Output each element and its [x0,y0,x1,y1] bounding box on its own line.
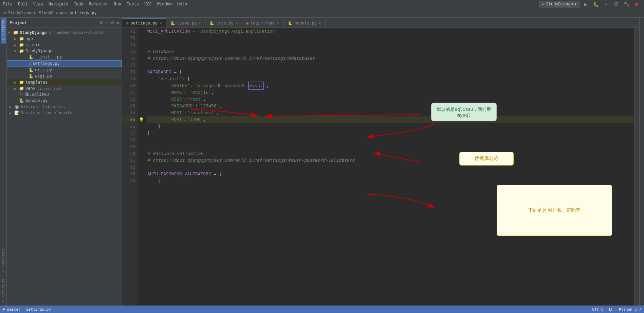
tabs-bar: ⚙ settings.py ✕ 🐍 views.py ✕ 🐍 urls.py ✕… [122,18,639,28]
up-icon[interactable]: ↑ [106,20,109,25]
stop-button[interactable]: ■ [632,0,641,8]
status-python[interactable]: Python 3.7 [619,307,641,312]
editor-area: ⚙ settings.py ✕ 🐍 views.py ✕ 🐍 urls.py ✕… [122,18,639,306]
code-line-76: # https://docs.djangoproject.com/en/2.1/… [147,55,634,62]
tree-item-manage[interactable]: 🐍 manage.py [7,98,122,104]
project-panel-header: Project ⟳ ↑ ⚙ ≡ [7,18,122,28]
code-line-73 [147,35,634,41]
menu-run[interactable]: Run [114,2,121,6]
code-line-75: # Database [147,48,634,55]
tree-item-venv[interactable]: ▶ 📁 venv library root [7,85,122,91]
tree-root[interactable]: ▼ 📁 StudyDjango D:\TeachWorkSpace\Python… [7,29,122,36]
code-line-90: # Password validation [147,150,634,157]
code-line-87: } [147,130,634,137]
profile-button[interactable]: ⏱ [612,0,620,8]
code-line-89 [147,143,634,150]
panel-toolbar: ⟳ ↑ ⚙ ≡ [99,20,119,25]
urls-tab-label: urls.py [216,21,234,25]
status-file: settings.py [26,307,51,312]
tab-login[interactable]: ◉ login.html ✕ [242,19,284,28]
models-tab-icon: 🐍 [288,21,293,25]
structure-side-tab[interactable]: 3: Structure [1,276,6,306]
right-panel [639,18,644,306]
menu-tools[interactable]: Tools [127,2,139,6]
tab-views[interactable]: 🐍 views.py ✕ [166,19,205,28]
settings-tab-icon: ⚙ [126,21,129,25]
code-line-83: 'PASSWORD':'123456', [147,103,634,109]
urls-tab-close[interactable]: ✕ [236,21,238,25]
tab-urls[interactable]: 🐍 urls.py ✕ [205,19,242,28]
login-tab-icon: ◉ [246,21,249,25]
code-editor[interactable]: 72 73 74 75 76 77 78 79 80 81 82 83 84 8… [122,28,639,306]
menu-code[interactable]: Code [74,2,84,6]
breadcrumb-root[interactable]: StudyDjango [8,11,35,15]
run-button[interactable]: ▶ [582,0,590,8]
code-line-85: 'PORT':'3306', [147,116,634,123]
tree-item-init[interactable]: 🐍 __init__.py [7,54,122,60]
run-config-dropdown[interactable]: ▶ StudyDjango ▼ [539,1,579,7]
views-tab-close[interactable]: ✕ [199,21,201,25]
tree-item-app[interactable]: ▶ 📁 app [7,36,122,42]
favorites-side-tab[interactable]: 2: Favorites [1,246,6,276]
settings-icon[interactable]: ⚙ [111,20,114,25]
code-line-80: 'ENGINE': 'django.db.backends.mysql', [147,82,634,89]
annotation-sqlite-mysql: 默认的是sqlite3，我们用 mysql [431,103,497,121]
debug-button[interactable]: 🐛 [592,0,600,8]
tree-item-urls[interactable]: 🐍 urls.py [7,67,122,73]
code-line-86: } [147,123,634,130]
breadcrumb-file[interactable]: settings.py [70,11,96,15]
tree-item-db[interactable]: 🗄 db.sqlite3 [7,91,122,98]
tree-item-static[interactable]: ▶ 📁 static [7,42,122,48]
code-line-94: [ [147,177,634,184]
code-line-81: 'NAME': 'shijiu', [147,89,634,96]
tree-item-templates[interactable]: ▶ 📁 templates [7,79,122,85]
tree-item-scratches[interactable]: ▶ 📝 Scratches and Consoles [7,110,122,116]
code-line-88 [147,137,634,143]
code-line-93: AUTH_PASSWORD_VALIDATORS = [ [147,171,634,177]
breadcrumb-sub[interactable]: StudyDjango [39,11,66,15]
line-numbers: 72 73 74 75 76 77 78 79 80 81 82 83 84 8… [122,28,138,306]
urls-tab-icon: 🐍 [209,21,214,25]
login-tab-label: login.html [251,21,275,25]
code-content[interactable]: WSGI_APPLICATION = 'StudyDjango.wsgi.app… [145,28,634,306]
menu-vcs[interactable]: VCS [144,2,152,6]
code-line-82: 'USER':'root', [147,96,634,103]
annotation-userpass: 下面的是用户名、密码等 [497,185,612,236]
status-git[interactable]: ▼ master [3,307,21,312]
project-tree: ▼ 📁 StudyDjango D:\TeachWorkSpace\Python… [7,28,122,306]
tab-settings[interactable]: ⚙ settings.py ✕ [122,18,166,28]
models-tab-label: models.py [295,21,317,25]
code-line-74 [147,41,634,48]
menu-file[interactable]: File [3,2,13,6]
code-line-77 [147,62,634,69]
menu-edit[interactable]: Edit [18,2,28,6]
code-line-91: # https://docs.djangoproject.com/en/2.1/… [147,157,634,164]
views-tab-label: views.py [177,21,197,25]
collapse-icon[interactable]: ≡ [116,20,119,25]
login-tab-close[interactable]: ✕ [277,21,279,25]
menu-help[interactable]: Help [177,2,187,6]
code-line-72: WSGI_APPLICATION = 'StudyDjango.wsgi.app… [147,28,634,35]
tab-models[interactable]: 🐍 models.py ✕ [284,19,326,28]
code-line-78: DATABASES = { [147,69,634,75]
settings-tab-close[interactable]: ✕ [160,21,162,25]
build-button[interactable]: 🔨 [622,0,630,8]
status-line-sep[interactable]: LF [609,307,613,312]
scrollbar[interactable] [634,28,639,306]
tree-item-studydjango-folder[interactable]: ▼ 📁 StudyDjango [7,48,122,54]
coverage-button[interactable]: ⚡ [602,0,610,8]
status-encoding[interactable]: UTF-8 [592,307,603,312]
sync-icon[interactable]: ⟳ [99,20,103,25]
tree-item-wsgi[interactable]: 🐍 wsgi.py [7,73,122,79]
views-tab-icon: 🐍 [170,21,175,25]
tree-item-external-libs[interactable]: ▶ 📚 External Libraries [7,104,122,110]
project-side-tab[interactable]: 1: Project [1,18,6,44]
menu-view[interactable]: View [33,2,43,6]
code-line-92 [147,164,634,171]
menu-window[interactable]: Window [157,2,172,6]
models-tab-close[interactable]: ✕ [319,21,321,25]
menu-navigate[interactable]: Navigate [49,2,68,6]
menu-refactor[interactable]: Refactor [89,2,108,6]
tree-item-settings[interactable]: ⚙ settings.py [7,60,122,67]
project-panel: Project ⟳ ↑ ⚙ ≡ ▼ 📁 StudyDjango D:\Teach… [7,18,122,306]
